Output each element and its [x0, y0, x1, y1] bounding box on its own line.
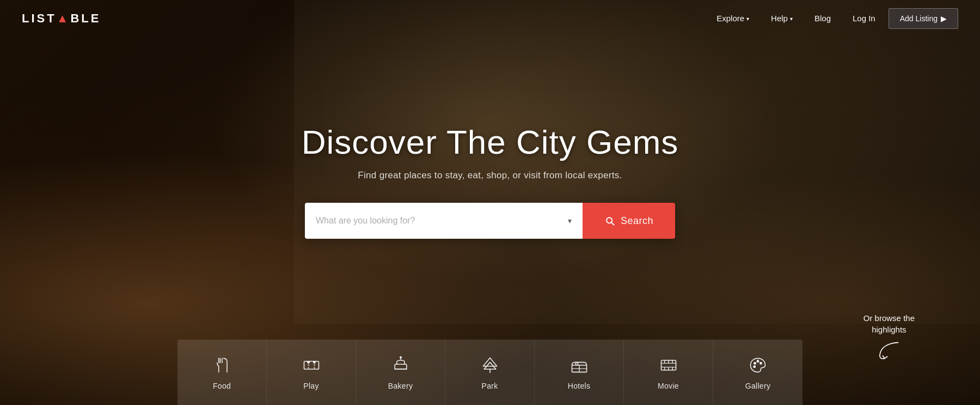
fork-knife-icon [211, 354, 233, 376]
chevron-down-icon: ▾ [790, 16, 793, 22]
nav-right: Explore ▾ Help ▾ Blog Log In Add Listing… [708, 8, 958, 29]
logo-text: LIST▲BLE [22, 11, 101, 26]
category-bakery[interactable]: Bakery [356, 340, 445, 405]
category-play-label: Play [303, 382, 318, 390]
category-hotels-label: Hotels [568, 382, 590, 390]
ticket-icon [301, 354, 322, 376]
nav-explore-label: Explore [716, 14, 744, 23]
nav-help-label: Help [771, 14, 788, 23]
search-icon [604, 215, 615, 226]
hero-title: Discover The City Gems [302, 123, 679, 161]
search-bar: What are you looking for? ▾ Search [305, 203, 675, 239]
palette-icon [747, 354, 769, 376]
tree-icon [479, 354, 501, 376]
svg-rect-3 [304, 361, 318, 369]
logo-arrow: ▲ [57, 11, 71, 25]
category-park[interactable]: Park [445, 340, 535, 405]
category-movie-label: Movie [658, 382, 679, 390]
nav-explore[interactable]: Explore ▾ [708, 9, 758, 27]
svg-point-6 [307, 361, 309, 364]
category-food[interactable]: Food [177, 340, 267, 405]
category-food-label: Food [213, 382, 231, 390]
search-button[interactable]: Search [583, 203, 675, 239]
navbar: LIST▲BLE Explore ▾ Help ▾ Blog Log In Ad… [0, 0, 980, 37]
add-listing-label: Add Listing [900, 14, 938, 23]
category-hotels[interactable]: Hotels [535, 340, 624, 405]
browse-highlights: Or browse the highlights [863, 312, 915, 361]
hero-subtitle: Find great places to stay, eat, shop, or… [358, 170, 622, 181]
category-bakery-label: Bakery [388, 382, 413, 390]
browse-arrow-icon [863, 340, 915, 361]
chevron-down-icon: ▾ [568, 216, 572, 225]
category-gallery[interactable]: Gallery [713, 340, 803, 405]
svg-point-27 [754, 362, 756, 365]
nav-login[interactable]: Log In [844, 9, 884, 27]
category-movie[interactable]: Movie [624, 340, 713, 405]
nav-login-label: Log In [853, 14, 875, 23]
search-dropdown[interactable]: What are you looking for? ▾ [305, 203, 583, 239]
category-play[interactable]: Play [267, 340, 356, 405]
svg-point-30 [754, 366, 756, 368]
add-listing-button[interactable]: Add Listing ▶ [889, 8, 958, 29]
category-gallery-label: Gallery [745, 382, 770, 390]
arrow-right-icon: ▶ [941, 14, 947, 23]
svg-point-29 [760, 362, 762, 365]
search-button-label: Search [621, 215, 653, 227]
browse-highlights-text: Or browse the highlights [863, 312, 915, 335]
nav-blog-label: Blog [814, 14, 831, 23]
svg-point-28 [757, 360, 759, 362]
nav-blog[interactable]: Blog [806, 9, 840, 27]
cake-icon [390, 354, 412, 376]
svg-point-15 [575, 362, 578, 365]
svg-point-10 [400, 356, 401, 358]
film-icon [658, 354, 679, 376]
search-dropdown-placeholder: What are you looking for? [316, 216, 415, 226]
category-bar: Food Play [177, 340, 803, 405]
nav-help[interactable]: Help ▾ [762, 9, 801, 27]
hotel-icon [568, 354, 590, 376]
hero-section: LIST▲BLE Explore ▾ Help ▾ Blog Log In Ad… [0, 0, 980, 405]
logo[interactable]: LIST▲BLE [22, 11, 101, 26]
category-park-label: Park [482, 382, 498, 390]
svg-point-7 [313, 361, 315, 364]
chevron-down-icon: ▾ [746, 16, 749, 22]
